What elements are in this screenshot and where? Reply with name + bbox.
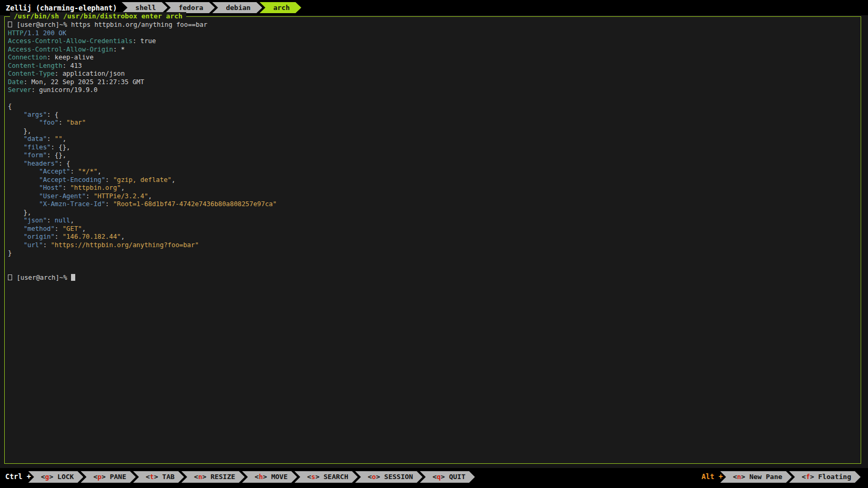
keybind-move[interactable]: <h> MOVE: [242, 471, 297, 483]
terminal-text: [8, 192, 39, 200]
terminal-text: "json": [24, 217, 47, 224]
terminal-text: "Accept-Encoding": [39, 176, 105, 184]
terminal-text: Server: [8, 86, 31, 94]
keybind-new-pane[interactable]: <n> New Pane: [720, 471, 792, 483]
terminal-text: "form": [24, 151, 47, 159]
terminal-line: "method": "GET",: [8, 225, 859, 233]
tab-shell[interactable]: shell: [122, 2, 167, 13]
terminal-line: "User-Agent": "HTTPie/3.2.4",: [8, 192, 859, 201]
terminal-text: :: [105, 200, 113, 208]
terminal-output: [user@arch]~% https httpbin.org/anything…: [8, 21, 859, 461]
terminal-text: [user@arch]~% https httpbin.org/anything…: [13, 21, 207, 28]
terminal-text: [8, 241, 24, 249]
terminal-text: : Mon, 22 Sep 2025 21:27:35 GMT: [24, 78, 145, 86]
terminal-line: [8, 258, 859, 266]
terminal-line: Access-Control-Allow-Origin: *: [8, 46, 859, 54]
terminal-line: [8, 266, 859, 274]
terminal-text: : true: [133, 37, 156, 45]
terminal-text: ,: [121, 233, 125, 240]
terminal-line: "Accept-Encoding": "gzip, deflate",: [8, 176, 859, 185]
terminal-text: [8, 184, 39, 191]
terminal-text: "Host": [39, 184, 62, 191]
terminal-text: :: [55, 233, 63, 240]
terminal-text: ,: [121, 184, 125, 191]
terminal-text: [8, 135, 24, 143]
terminal-text: ,: [97, 168, 101, 175]
terminal-text: :: [47, 217, 55, 224]
terminal-line: "data": "",: [8, 135, 859, 144]
terminal-text: "headers": [24, 160, 59, 167]
status-bar: Ctrl + <g> LOCK<p> PANE<t> TAB<n> RESIZE…: [0, 468, 868, 488]
terminal-text: [8, 176, 39, 184]
terminal-text: :: [55, 225, 63, 232]
keybind-pane[interactable]: <p> PANE: [80, 471, 136, 483]
session-name: Zellij (charming-elephant): [0, 4, 117, 12]
keybind-key: o: [372, 473, 376, 481]
terminal-text: ,: [171, 176, 175, 184]
keybind-key: n: [198, 473, 203, 481]
terminal-text: : *: [113, 46, 125, 53]
terminal-text: "": [55, 135, 63, 143]
keybind-search[interactable]: <s> SEARCH: [295, 471, 358, 483]
terminal-text: "gzip, deflate": [113, 176, 171, 184]
terminal-text: "data": [24, 135, 47, 143]
keybind-key: f: [806, 473, 810, 481]
tab-fedora[interactable]: fedora: [165, 2, 215, 13]
terminal-cursor: [71, 274, 75, 281]
terminal-text: [8, 168, 39, 175]
terminal-text: ,: [148, 192, 152, 200]
ctrl-hint-strip: <g> LOCK<p> PANE<t> TAB<n> RESIZE<h> MOV…: [31, 471, 475, 483]
terminal-line: }: [8, 249, 859, 258]
keybind-quit[interactable]: <q> QUIT: [420, 471, 475, 483]
terminal-text: "X-Amzn-Trace-Id": [39, 200, 105, 208]
terminal-text: "User-Agent": [39, 192, 86, 200]
terminal-text: : application/json: [55, 70, 125, 77]
terminal-line: Access-Control-Allow-Credentials: true: [8, 37, 859, 46]
keybind-resize[interactable]: <n> RESIZE: [181, 471, 245, 483]
terminal-line: "origin": "146.70.182.44",: [8, 233, 859, 241]
terminal-text: [8, 111, 24, 118]
terminal-text: "GET": [63, 225, 82, 232]
terminal-text: ,: [70, 217, 74, 224]
terminal-text: :: [105, 176, 113, 184]
terminal-line: "args": {: [8, 111, 859, 119]
terminal-line: "json": null,: [8, 217, 859, 225]
terminal-line: Content-Type: application/json: [8, 70, 859, 78]
terminal-text: [8, 217, 24, 224]
terminal-line: "foo": "bar": [8, 119, 859, 127]
keybind-key: p: [97, 473, 102, 481]
tab-arch[interactable]: arch: [259, 2, 301, 13]
terminal-line: },: [8, 209, 859, 217]
keybind-key: s: [311, 473, 316, 481]
terminal-text: "method": [24, 225, 55, 232]
terminal-text: "foo": [39, 119, 58, 126]
terminal-text: "origin": [24, 233, 55, 240]
terminal-text: "files": [24, 144, 51, 151]
terminal-text: Connection: [8, 54, 47, 61]
terminal-text: :: [47, 135, 55, 143]
pane-title: /usr/bin/sh /usr/bin/distrobox enter arc…: [10, 12, 186, 21]
terminal-pane[interactable]: /usr/bin/sh /usr/bin/distrobox enter arc…: [4, 16, 861, 464]
keybind-key: q: [437, 473, 441, 481]
ctrl-modifier-label: Ctrl +: [5, 471, 31, 481]
terminal-line: Date: Mon, 22 Sep 2025 21:27:35 GMT: [8, 78, 859, 87]
terminal-text: Content-Type: [8, 70, 55, 77]
terminal-text: : {},: [51, 144, 70, 151]
keybind-floating[interactable]: <f> Floating: [789, 471, 861, 483]
terminal-line: "X-Amzn-Trace-Id": "Root=1-68d1bf47-4742…: [8, 200, 859, 209]
keybind-lock[interactable]: <g> LOCK: [28, 471, 84, 483]
terminal-line: [user@arch]~% https httpbin.org/anything…: [8, 21, 859, 29]
terminal-text: : {: [47, 111, 58, 118]
keybind-tab[interactable]: <t> TAB: [133, 471, 184, 483]
terminal-text: "Root=1-68d1bf47-4742e7436b80a808257e97c…: [113, 200, 277, 208]
keybind-session[interactable]: <o> SESSION: [355, 471, 422, 483]
terminal-text: "args": [24, 111, 47, 118]
tab-debian[interactable]: debian: [212, 2, 262, 13]
terminal-text: :: [58, 119, 66, 126]
terminal-text: "httpbin.org": [70, 184, 120, 191]
terminal-text: /1.1 200 OK: [24, 29, 66, 37]
terminal-text: "Accept": [39, 168, 70, 175]
terminal-text: "https://httpbin.org/anything?foo=bar": [51, 241, 198, 249]
terminal-text: [8, 233, 24, 240]
terminal-text: Access-Control-Allow-Origin: [8, 46, 113, 53]
